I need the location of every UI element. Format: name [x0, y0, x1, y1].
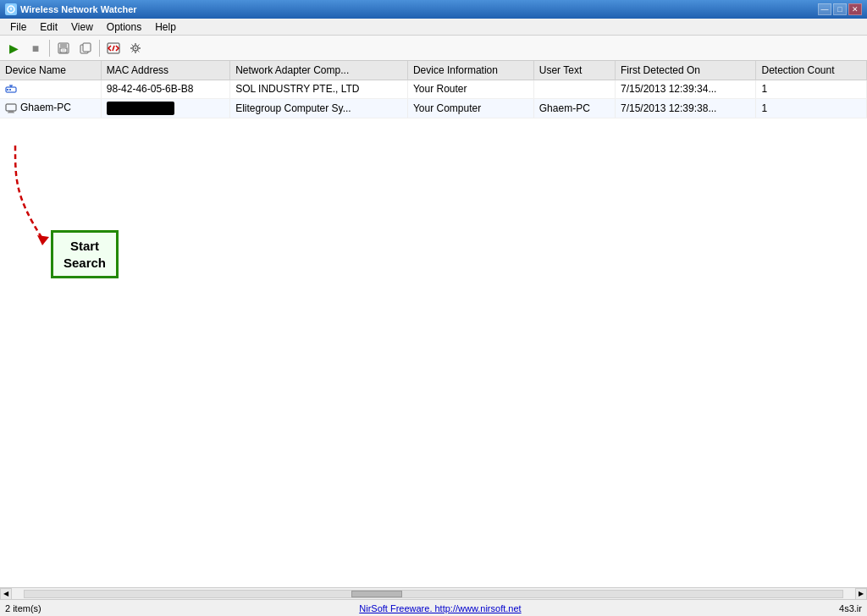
copy-button[interactable] [75, 38, 96, 58]
start-scan-button[interactable]: ▶ [3, 38, 24, 58]
status-item-count: 2 item(s) [5, 603, 41, 613]
menu-help[interactable]: Help [148, 19, 183, 35]
menu-view[interactable]: View [64, 19, 100, 35]
col-network-adapter[interactable]: Network Adapter Comp... [230, 61, 408, 80]
menu-bar: File Edit View Options Help [0, 19, 867, 36]
scroll-left-arrow[interactable]: ◀ [0, 588, 12, 600]
toolbar-separator-2 [99, 40, 100, 57]
svg-point-12 [9, 89, 11, 91]
window-controls: — □ ✕ [818, 3, 862, 15]
main-content: Device Name MAC Address Network Adapter … [0, 61, 867, 587]
cell-mac-address [101, 98, 229, 118]
close-button[interactable]: ✕ [848, 3, 862, 15]
cell-device-info: Your Router [407, 80, 533, 99]
cell-device-name [0, 80, 101, 99]
scroll-thumb[interactable] [351, 591, 402, 597]
svg-point-11 [7, 89, 8, 91]
table-row[interactable]: Ghaem-PC Elitegroup Computer Sy...Your C… [0, 98, 867, 118]
minimize-button[interactable]: — [818, 3, 831, 15]
app-title: Wireless Network Watcher [20, 4, 137, 14]
status-right-text: 4s3.ir [839, 603, 862, 613]
svg-rect-4 [62, 48, 65, 52]
cell-device-name: Ghaem-PC [0, 98, 101, 118]
title-bar: Wireless Network Watcher — □ ✕ [0, 0, 867, 19]
maximize-button[interactable]: □ [833, 3, 847, 15]
cell-first-detected: 7/15/2013 12:39:38... [615, 98, 756, 118]
cell-user-text: Ghaem-PC [533, 98, 615, 118]
col-detection-count[interactable]: Detection Count [756, 61, 867, 80]
col-mac-address[interactable]: MAC Address [101, 61, 229, 80]
cell-first-detected: 7/15/2013 12:39:34... [615, 80, 756, 99]
horizontal-scrollbar[interactable]: ◀ ▶ [0, 587, 867, 599]
status-bar: 2 item(s) NirSoft Freeware. http://www.n… [0, 599, 867, 616]
col-first-detected[interactable]: First Detected On [615, 61, 756, 80]
options-button[interactable] [125, 38, 146, 58]
cell-user-text [533, 80, 615, 99]
cell-network-adapter: SOL INDUSTRY PTE., LTD [230, 80, 408, 99]
col-device-info[interactable]: Device Information [407, 61, 533, 80]
scroll-right-arrow[interactable]: ▶ [855, 588, 867, 600]
html-report-button[interactable] [103, 38, 124, 58]
save-button[interactable] [53, 38, 74, 58]
stop-scan-button[interactable]: ■ [25, 38, 46, 58]
svg-marker-15 [37, 235, 49, 245]
toolbar: ▶ ■ [0, 36, 867, 61]
cell-network-adapter: Elitegroup Computer Sy... [230, 98, 408, 118]
menu-file[interactable]: File [3, 19, 33, 35]
annotation-overlay: Start Search [0, 129, 169, 298]
start-search-annotation: Start Search [51, 230, 119, 278]
devices-table: Device Name MAC Address Network Adapter … [0, 61, 867, 118]
svg-rect-2 [60, 43, 67, 47]
app-icon [5, 3, 17, 15]
svg-point-9 [135, 47, 136, 49]
cell-detection-count: 1 [756, 80, 867, 99]
scroll-container[interactable]: Device Name MAC Address Network Adapter … [0, 61, 867, 587]
table-header-row: Device Name MAC Address Network Adapter … [0, 61, 867, 80]
cell-device-info: Your Computer [407, 98, 533, 118]
svg-rect-13 [6, 104, 16, 111]
cell-detection-count: 1 [756, 98, 867, 118]
menu-edit[interactable]: Edit [33, 19, 64, 35]
svg-rect-6 [83, 43, 91, 52]
status-nirsoft-link[interactable]: NirSoft Freeware. http://www.nirsoft.net [359, 603, 521, 613]
col-user-text[interactable]: User Text [533, 61, 615, 80]
scroll-track[interactable] [24, 590, 843, 598]
menu-options[interactable]: Options [100, 19, 148, 35]
cell-mac-address: 98-42-46-05-6B-B8 [101, 80, 229, 99]
table-row[interactable]: 98-42-46-05-6B-B8SOL INDUSTRY PTE., LTDY… [0, 80, 867, 99]
toolbar-separator-1 [49, 40, 50, 57]
col-device-name[interactable]: Device Name [0, 61, 101, 80]
